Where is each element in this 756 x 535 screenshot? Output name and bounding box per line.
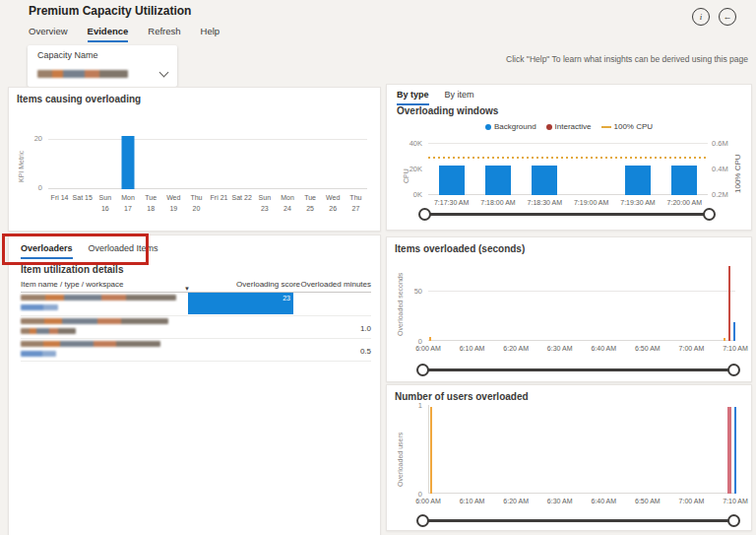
column-header-item-name[interactable]: Item name / type / workspace	[21, 280, 124, 289]
slider-track[interactable]	[424, 213, 710, 216]
item-workspace-redacted	[21, 328, 76, 334]
x-tick-label: Mon24	[276, 193, 298, 214]
tab-overloaders[interactable]: Overloaders	[21, 243, 73, 259]
x-tick-label: Fri 14	[48, 193, 71, 214]
x-tick-label: Thu20	[185, 193, 208, 214]
x-tick-label: Tue18	[140, 193, 162, 214]
bar-slot	[48, 129, 71, 189]
x-tick-label: Sat 22	[230, 193, 253, 214]
slider-handle-right[interactable]	[727, 514, 740, 527]
item-utilization-details-panel: Overloaders Overloaded Items Item utiliz…	[8, 234, 381, 535]
users-overloaded-panel: Number of users overloaded Overloaded us…	[386, 384, 752, 531]
time-range-slider[interactable]	[416, 514, 740, 527]
cpu-100-line	[428, 157, 708, 159]
time-range-slider[interactable]	[418, 208, 716, 221]
capacity-name-dropdown[interactable]	[37, 67, 167, 81]
x-tick-label: Tue25	[299, 193, 322, 214]
overloading-windows-panel: By type By item Overloading windows Back…	[386, 84, 752, 231]
overloaded-minutes-value: 1.0	[332, 324, 371, 333]
x-tick-label: Fri 21	[208, 193, 230, 214]
x-axis-labels: Fri 14Sat 15Sun16Mon17Tue18Wed19Thu20Fri…	[48, 193, 367, 214]
tab-by-item[interactable]: By item	[445, 90, 474, 105]
details-title: Item utilization details	[21, 264, 123, 275]
tab-by-type[interactable]: By type	[397, 90, 429, 105]
spike-bar[interactable]	[430, 407, 432, 494]
x-tick-label: 7:17:30 AM	[428, 199, 474, 206]
column-header-overloading-score[interactable]: Overloading score	[202, 280, 300, 289]
tab-help[interactable]: Help	[201, 26, 220, 42]
capacity-name-label: Capacity Name	[37, 50, 98, 60]
slider-handle-right[interactable]	[703, 208, 716, 221]
x-tick-label: Sat 15	[71, 193, 94, 214]
background-cpu-bar[interactable]	[439, 166, 465, 195]
details-tabs: Overloaders Overloaded Items	[21, 243, 158, 259]
right-tick: 0.2M	[712, 190, 733, 199]
interactive-series-dot-icon	[546, 124, 552, 130]
spike-bar[interactable]	[733, 322, 735, 341]
bar-slot	[345, 129, 367, 189]
y-tick: 1	[407, 401, 422, 410]
spike-bar[interactable]	[728, 266, 730, 342]
tab-overview[interactable]: Overview	[29, 26, 68, 42]
panel-title: Overloading windows	[397, 105, 498, 116]
x-tick-label: 7:10 AM	[723, 345, 748, 352]
slider-handle-right[interactable]	[727, 364, 740, 376]
tab-evidence[interactable]: Evidence	[88, 26, 129, 42]
right-tick: 0.6M	[712, 139, 733, 148]
slider-handle-left[interactable]	[416, 514, 429, 527]
info-icon[interactable]: i	[692, 8, 710, 26]
x-tick-label: Mon17	[116, 193, 139, 214]
slider-handle-left[interactable]	[418, 208, 431, 221]
spike-bar[interactable]	[429, 337, 431, 341]
bar-slot	[522, 143, 568, 195]
x-tick-label: Thu27	[345, 193, 367, 214]
bar-slot	[568, 143, 614, 195]
right-axis-label: 100% CPU	[733, 154, 742, 193]
overloading-score-bar[interactable]: 23	[188, 293, 293, 314]
item-workspace-redacted	[21, 304, 58, 310]
bar-slot	[116, 129, 139, 189]
chart-legend: Background Interactive 100% CPU	[387, 122, 751, 131]
spike-bar[interactable]	[734, 407, 736, 494]
background-cpu-bar[interactable]	[485, 166, 511, 195]
bar-slot	[140, 129, 162, 189]
x-axis-labels: 6:00 AM6:10 AM6:20 AM6:30 AM6:40 AM6:50 …	[428, 345, 735, 355]
bar-slot	[71, 129, 94, 189]
bar-slot	[662, 143, 708, 195]
overloaded-minutes-value: 0.5	[332, 347, 371, 356]
tab-overloaded-items[interactable]: Overloaded Items	[89, 243, 158, 259]
spike-bar[interactable]	[727, 407, 731, 494]
x-tick-label: 7:00 AM	[679, 498, 705, 504]
slider-track[interactable]	[422, 368, 734, 371]
bar-slot	[208, 129, 230, 189]
x-tick-label: 6:40 AM	[591, 498, 616, 504]
background-cpu-bar[interactable]	[532, 166, 557, 195]
x-tick-label: 7:20:00 AM	[662, 199, 708, 206]
time-range-slider[interactable]	[416, 364, 740, 376]
background-cpu-bar[interactable]	[671, 166, 697, 195]
tab-refresh[interactable]: Refresh	[148, 26, 180, 42]
kpi-bar[interactable]	[121, 136, 134, 189]
back-arrow-icon[interactable]: ←	[719, 8, 736, 26]
x-tick-label: Wed19	[162, 193, 185, 214]
chevron-down-icon	[159, 68, 169, 78]
items-causing-overloading-plot	[48, 129, 367, 189]
left-tick: 0K	[407, 190, 422, 199]
spike-bar[interactable]	[724, 338, 725, 341]
items-overloaded-panel: Items overloaded (seconds) Overloaded se…	[386, 236, 752, 382]
background-cpu-bar[interactable]	[625, 166, 651, 195]
bar-slot	[428, 143, 474, 195]
capacity-filter-card: Capacity Name	[28, 45, 177, 87]
slider-track[interactable]	[422, 519, 734, 522]
slider-handle-left[interactable]	[416, 364, 429, 376]
x-tick-label: 6:10 AM	[460, 498, 485, 504]
x-axis-labels: 6:00 AM6:10 AM6:20 AM6:30 AM6:40 AM6:50 …	[428, 498, 735, 507]
column-header-overloaded-minutes[interactable]: Overloaded minutes	[292, 280, 371, 289]
x-tick-label: 6:50 AM	[635, 345, 661, 352]
legend-label: Interactive	[555, 122, 592, 131]
background-series-dot-icon	[485, 124, 491, 130]
bar-slot	[276, 129, 298, 189]
x-axis-labels: 7:17:30 AM7:18:00 AM7:18:30 AM7:19:00 AM…	[428, 199, 708, 206]
bar-slot	[185, 129, 208, 189]
bar-slot	[299, 129, 322, 189]
